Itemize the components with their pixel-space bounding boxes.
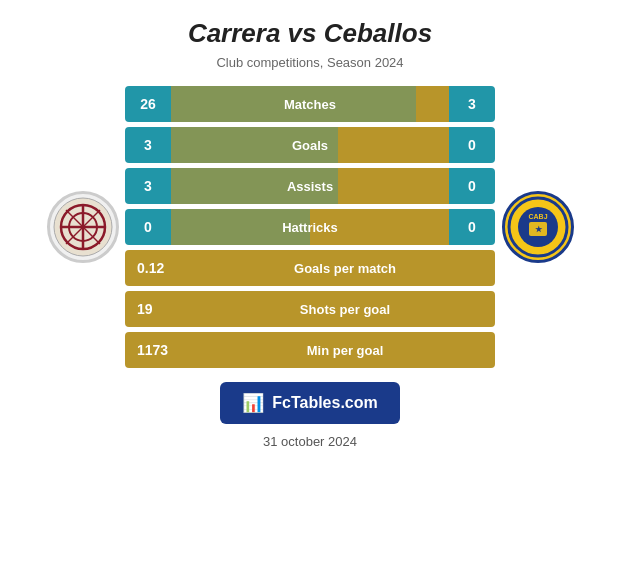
date-footer: 31 october 2024 [263,434,357,449]
right-team-logo: CABJ ★ [495,191,580,263]
stat-row-shots-per-goal: 19 Shots per goal [125,291,495,327]
stat-left-assists: 3 [125,168,171,204]
stat-row-matches: 26 Matches 3 [125,86,495,122]
lanus-logo [47,191,119,263]
stat-label-matches: Matches [171,86,449,122]
stat-single-left-min-per-goal: 1173 [125,332,195,368]
main-section: 26 Matches 3 3 Goals 0 3 Assists 0 0 [10,86,610,368]
svg-text:CABJ: CABJ [528,213,547,220]
stat-right-matches: 3 [449,86,495,122]
stat-left-matches: 26 [125,86,171,122]
stat-single-label-goals-per-match: Goals per match [195,250,495,286]
page-container: Carrera vs Ceballos Club competitions, S… [0,0,620,580]
fctables-text: FcTables.com [272,394,378,412]
stat-left-goals: 3 [125,127,171,163]
stat-right-assists: 0 [449,168,495,204]
boca-logo-svg: CABJ ★ [507,196,569,258]
stats-column: 26 Matches 3 3 Goals 0 3 Assists 0 0 [125,86,495,368]
stat-single-label-shots-per-goal: Shots per goal [195,291,495,327]
stat-single-label-min-per-goal: Min per goal [195,332,495,368]
stat-row-min-per-goal: 1173 Min per goal [125,332,495,368]
fctables-banner: 📊 FcTables.com [220,382,400,424]
stat-label-hattricks: Hattricks [171,209,449,245]
stat-row-goals-per-match: 0.12 Goals per match [125,250,495,286]
left-team-logo [40,191,125,263]
stat-label-goals: Goals [171,127,449,163]
stat-right-goals: 0 [449,127,495,163]
stat-single-left-goals-per-match: 0.12 [125,250,195,286]
lanus-logo-svg [52,196,114,258]
stat-single-left-shots-per-goal: 19 [125,291,195,327]
stat-right-hattricks: 0 [449,209,495,245]
svg-text:★: ★ [534,225,542,234]
fctables-icon: 📊 [242,392,264,414]
page-title: Carrera vs Ceballos [188,18,432,49]
stat-row-assists: 3 Assists 0 [125,168,495,204]
stat-row-goals: 3 Goals 0 [125,127,495,163]
boca-logo: CABJ ★ [502,191,574,263]
stat-label-assists: Assists [171,168,449,204]
stat-left-hattricks: 0 [125,209,171,245]
page-subtitle: Club competitions, Season 2024 [216,55,403,70]
stat-row-hattricks: 0 Hattricks 0 [125,209,495,245]
